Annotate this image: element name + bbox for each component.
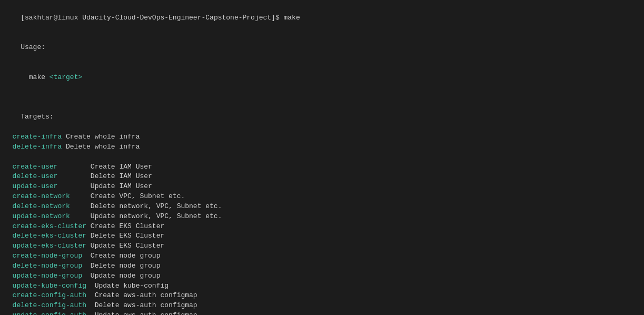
target-name: create-node-group (4, 252, 82, 260)
target-name: create-network (4, 192, 70, 200)
target-description: Update IAM User (57, 182, 152, 190)
target-row: delete-network Delete network, VPC, Subn… (4, 202, 640, 212)
target-description: Create node group (82, 252, 160, 260)
target-name: create-eks-cluster (4, 222, 86, 230)
target-name: update-user (4, 182, 57, 190)
target-row: update-network Update network, VPC, Subn… (4, 212, 640, 222)
target-row: update-node-group Update node group (4, 271, 640, 281)
target-description: Update EKS Cluster (86, 242, 164, 250)
target-description: Delete IAM User (57, 172, 152, 180)
target-name: delete-config-auth (4, 301, 86, 309)
target-name: delete-infra (4, 143, 62, 151)
empty-line-1 (4, 93, 640, 103)
target-description: Delete aws-auth configmap (86, 301, 197, 309)
target-name: delete-user (4, 172, 57, 180)
target-description: Create EKS Cluster (86, 222, 164, 230)
target-description: Delete whole infra (62, 143, 140, 151)
target-row: delete-infra Delete whole infra (4, 142, 640, 152)
target-row: update-eks-cluster Update EKS Cluster (4, 241, 640, 251)
target-row: create-config-auth Create aws-auth confi… (4, 291, 640, 301)
target-description: Create VPC, Subnet etc. (70, 192, 185, 200)
target-name: create-infra (4, 133, 62, 141)
usage-label: Usage: (21, 43, 45, 51)
target-row: delete-eks-cluster Delete EKS Cluster (4, 231, 640, 241)
target-name: update-eks-cluster (4, 242, 86, 250)
target-name: delete-network (4, 202, 70, 210)
target-row: update-config-auth Update aws-auth confi… (4, 311, 640, 315)
targets-list: create-infra Create whole infra delete-i… (4, 132, 640, 315)
target-name: delete-node-group (4, 262, 82, 270)
prompt-line: [sakhtar@linux Udacity-Cloud-DevOps-Engi… (4, 3, 640, 33)
target-row: delete-node-group Delete node group (4, 261, 640, 271)
target-description: Delete node group (82, 262, 160, 270)
target-name: update-config-auth (4, 311, 86, 315)
target-row: update-kube-config Update kube-config (4, 281, 640, 291)
target-row: create-network Create VPC, Subnet etc. (4, 192, 640, 202)
target-row: create-eks-cluster Create EKS Cluster (4, 222, 640, 232)
target-row: delete-config-auth Delete aws-auth confi… (4, 301, 640, 311)
target-description: Create whole infra (62, 133, 140, 141)
usage-label-line: Usage: (4, 33, 640, 63)
target-row: delete-user Delete IAM User (4, 172, 640, 182)
target-name: update-node-group (4, 272, 82, 280)
target-description: Update kube-config (86, 282, 169, 290)
target-name: create-config-auth (4, 291, 86, 299)
target-row: update-user Update IAM User (4, 182, 640, 192)
target-row: create-node-group Create node group (4, 251, 640, 261)
target-row: create-user Create IAM User (4, 162, 640, 172)
target-name: delete-eks-cluster (4, 232, 86, 240)
target-description: Delete network, VPC, Subnet etc. (70, 202, 222, 210)
target-row (4, 152, 640, 162)
usage-command-line: make <target> (4, 63, 640, 93)
targets-label: Targets: (21, 113, 53, 121)
target-description: Update node group (82, 272, 160, 280)
prompt-text: [sakhtar@linux Udacity-Cloud-DevOps-Engi… (21, 14, 300, 22)
target-name: create-user (4, 163, 57, 171)
target-description: Create IAM User (57, 163, 152, 171)
terminal-window: [sakhtar@linux Udacity-Cloud-DevOps-Engi… (0, 0, 644, 315)
target-name: update-kube-config (4, 282, 86, 290)
target-name: update-network (4, 212, 70, 220)
target-description: Update aws-auth configmap (86, 311, 197, 315)
target-description: Create aws-auth configmap (86, 291, 197, 299)
target-description: Delete EKS Cluster (86, 232, 164, 240)
target-description: Update network, VPC, Subnet etc. (70, 212, 222, 220)
targets-label-line: Targets: (4, 102, 640, 132)
usage-target: <target> (49, 73, 82, 81)
target-row: create-infra Create whole infra (4, 132, 640, 142)
